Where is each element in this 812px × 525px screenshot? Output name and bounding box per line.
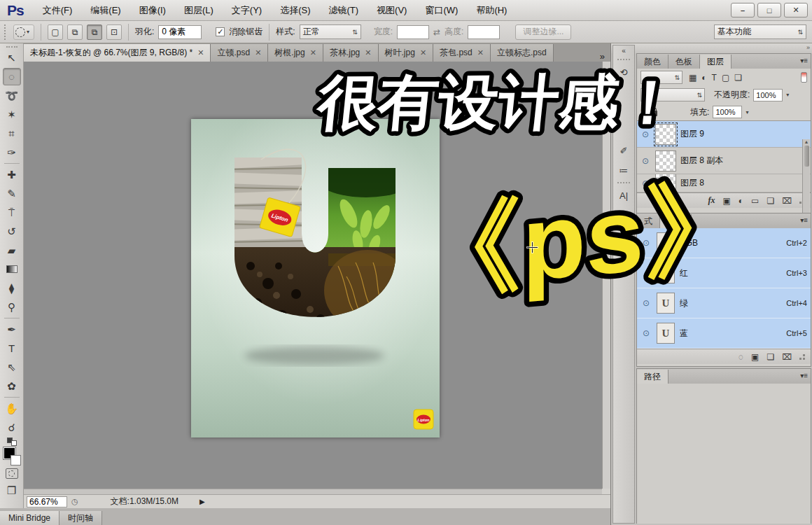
filter-type-dropdown[interactable]: ⇅ [640,71,682,84]
selection-add-button[interactable]: ⧉ [67,24,83,40]
zoom-level-input[interactable] [27,496,67,507]
lock-brush-icon[interactable]: ✎ [640,107,648,117]
doc-tab-logo[interactable]: 立顿标志.psd [491,44,554,62]
layer-row-8[interactable]: ⊙ 图层 8 [637,174,811,192]
close-icon[interactable]: ✕ [420,48,426,57]
collapse-dock-icon[interactable]: » [806,44,810,51]
menu-edit[interactable]: 编辑(E) [81,1,130,20]
pen-tool[interactable]: ✒ [3,321,21,338]
tab-color[interactable]: 颜色 [637,55,668,69]
menu-layer[interactable]: 图层(L) [175,1,223,20]
menu-help[interactable]: 帮助(H) [467,1,516,20]
close-icon[interactable]: ✕ [255,48,261,57]
channel-row-rgb[interactable]: ⊙ U RGB Ctrl+2 [637,228,811,258]
screen-mode-button[interactable]: ❐ [3,482,21,499]
eye-icon[interactable]: ⊙ [640,238,652,248]
doc-tab-shugen[interactable]: 树根.jpg ✕ [268,44,323,62]
eye-icon[interactable]: ⊙ [640,130,651,139]
channel-row-red[interactable]: U 红 Ctrl+3 [637,258,811,288]
expand-panels-icon[interactable]: « [613,47,634,55]
workspace-dropdown[interactable]: 基本功能 ⇅ [714,24,806,39]
filter-type-icon[interactable]: T [712,73,717,83]
clone-stamp-tool[interactable]: ⍑ [3,204,21,221]
filter-pixel-icon[interactable]: ▦ [689,73,696,83]
doc-tab-untitled[interactable]: 未标题-1-恢复的 @ 66.7%(图层 9, RGB/8) * ✕ [24,44,211,62]
background-color[interactable] [10,455,21,465]
resize-grip[interactable] [799,354,805,360]
tab-mini-bridge[interactable]: Mini Bridge [0,511,59,525]
menu-window[interactable]: 窗口(W) [416,1,467,20]
shape-tool[interactable]: ✿ [3,377,21,395]
selection-intersect-button[interactable]: ⊡ [106,24,122,40]
tab-swatches[interactable]: 色板 [668,55,700,69]
menu-file[interactable]: 文件(F) [34,1,82,20]
doc-tab-shuye[interactable]: 树叶.jpg ✕ [379,44,434,62]
eyedropper-tool[interactable]: ✑ [3,144,21,161]
dodge-tool[interactable]: ⚲ [3,298,21,316]
layer-mask-icon[interactable]: ▣ [722,196,730,206]
hand-tool[interactable]: ✋ [3,400,21,417]
adjustment-layer-icon[interactable]: ◐ [738,196,743,206]
menu-view[interactable]: 视图(V) [368,1,416,20]
tab-timeline[interactable]: 时间轴 [59,511,102,525]
tab-layers[interactable]: 图层 [700,55,732,69]
load-selection-icon[interactable]: ◌ [738,352,743,362]
doc-tab-lidun[interactable]: 立顿.psd ✕ [211,44,268,62]
clone-source-panel-icon[interactable]: ≔ [615,162,632,178]
new-group-icon[interactable]: ▭ [751,196,759,206]
elliptical-marquee-tool[interactable]: ◌ [3,68,21,85]
brush-tool[interactable]: ✎ [3,185,21,202]
filter-toggle-switch[interactable] [801,72,807,83]
default-colors-icon[interactable] [7,438,17,446]
fill-value[interactable]: 100% [713,106,742,118]
gradient-tool[interactable] [3,260,21,278]
quick-mask-button[interactable] [6,468,18,479]
filter-smart-icon[interactable]: ❏ [734,73,742,83]
panel-menu-icon[interactable]: ▾≡ [800,372,808,379]
chevron-down-icon[interactable]: ▾ [786,92,789,98]
status-flyout-arrow[interactable]: ▶ [200,498,205,505]
delete-layer-icon[interactable]: ⌧ [782,196,792,206]
maximize-button[interactable]: □ [757,3,781,18]
close-icon[interactable]: ✕ [310,48,316,57]
filter-adjustment-icon[interactable]: ◐ [701,73,706,83]
panel-menu-icon[interactable]: ▾≡ [800,57,808,64]
eye-icon[interactable]: ⊙ [640,298,652,308]
filter-shape-icon[interactable]: ▢ [722,73,729,83]
tab-partial[interactable]: 式 [637,214,660,228]
swap-dimensions-icon[interactable]: ⇄ [433,27,440,37]
doc-tab-chabao[interactable]: 茶包.psd ✕ [433,44,491,62]
menu-select[interactable]: 选择(S) [271,1,319,20]
close-icon[interactable]: ✕ [197,48,204,57]
blur-tool[interactable]: ⧫ [3,279,21,297]
close-button[interactable]: ✕ [784,3,808,18]
move-tool[interactable]: ↖ [3,49,21,66]
minimize-button[interactable]: – [731,3,755,18]
layer-style-icon[interactable]: fx [708,195,715,206]
channel-row-blue[interactable]: ⊙ U 蓝 Ctrl+5 [637,318,811,349]
lasso-tool[interactable]: ➰ [3,87,21,104]
horizontal-scrollbar[interactable] [24,489,602,494]
close-icon[interactable]: ✕ [477,48,484,57]
doc-tab-chalin[interactable]: 茶林.jpg ✕ [323,44,379,62]
new-channel-icon[interactable]: ❏ [766,352,774,362]
height-input[interactable] [468,25,500,39]
tool-preset-picker[interactable]: ▾ [13,24,34,40]
spot-healing-tool[interactable]: ✚ [3,166,21,183]
type-tool[interactable]: T [3,340,21,357]
layer-row-9[interactable]: ⊙ 图层 9 [637,121,811,148]
eraser-tool[interactable]: ▰ [3,241,21,259]
refine-edge-button[interactable]: 调整边缘... [515,24,571,40]
foreground-background-swatches[interactable] [3,447,21,465]
path-select-tool[interactable]: ⇖ [3,358,21,376]
feather-input[interactable] [158,25,202,39]
lock-all-icon[interactable] [651,111,657,116]
magic-wand-tool[interactable]: ✶ [3,106,21,123]
panel-menu-icon[interactable]: ▾≡ [800,216,808,224]
history-panel-icon[interactable]: ⟲ [615,64,632,80]
layers-scrollbar[interactable]: ▲ [802,139,810,218]
chevron-down-icon[interactable]: ▾ [746,109,748,115]
menu-image[interactable]: 图像(I) [130,1,175,20]
history-brush-tool[interactable]: ↺ [3,223,21,240]
tab-overflow-button[interactable]: » [594,51,610,62]
